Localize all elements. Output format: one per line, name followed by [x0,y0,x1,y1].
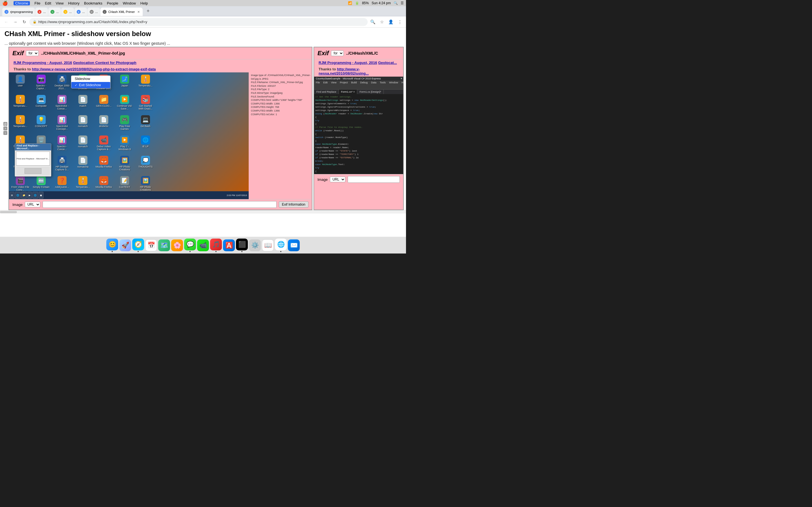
desktop-icon-firefox[interactable]: 🦊Mozilla Firefox [94,155,114,174]
dock-music[interactable]: 🎵 [210,238,222,252]
taskbar-folder[interactable]: 📁 [21,192,27,199]
desktop-icon-spectroconce[interactable]: 📊Spectro - Conce... [52,134,72,154]
left-nav-at[interactable]: @ [3,122,7,126]
dock-chrome[interactable]: 🌐 [275,238,287,252]
profile-icon-btn[interactable]: 👤 [387,18,395,26]
menu-view[interactable]: View [56,1,64,5]
forward-button[interactable]: → [11,18,19,26]
tab-2[interactable]: ●... [35,8,48,16]
dock-syspref[interactable]: ⚙️ [249,239,261,251]
vs-close[interactable]: ✕ [400,77,403,80]
dock-finder[interactable]: 😊 [106,238,118,252]
url-input-right[interactable] [348,176,400,183]
left-nav-gt[interactable]: > [3,126,7,130]
vessa-link[interactable]: http://www.v-nessa.net/2010/08/02/using-… [32,67,156,71]
desktop-icon-play7[interactable]: ▶️Play 7 - Windows 8 [114,134,135,154]
dock-photos[interactable]: 🌸 [171,239,183,251]
tab-1[interactable]: ⊙rjmprogramming [2,8,35,16]
bottom-scrollbar[interactable] [0,210,406,214]
tab-5[interactable]: B... [74,8,87,16]
desktop-icon-nomatch2[interactable]: 📄nomatch [73,134,93,154]
control-center-icon[interactable]: ☰ [401,1,404,5]
vs-menu-project[interactable]: Project [338,80,349,84]
tab-close-btn[interactable]: ✕ [137,10,140,14]
vs-tab-form1[interactable]: Form1.cs* × [339,90,357,94]
geolocation-link-right[interactable]: Geolocat... [378,61,397,65]
left-nav-gt2[interactable]: > [3,131,7,135]
vs-menu-edit[interactable]: Edit [322,80,329,84]
url-select-left[interactable]: URL [25,202,40,207]
vs-menu-tools[interactable]: Tools [378,80,388,84]
dock-launchpad[interactable]: 🚀 [119,239,131,251]
desktop-icon-hpdeskjet[interactable]: 🖨️HP Deskjet Capture S... [52,155,72,174]
desktop-icon-gencldo[interactable]: 📁GEN-CLDO... [94,94,114,114]
taskbar-etc[interactable]: ◼ [39,192,43,199]
vs-tab-design[interactable]: Form1.cs [Design]* [357,90,384,94]
desktop-icon-user[interactable]: 👤user [10,73,31,93]
vs-menu-view[interactable]: View [329,80,338,84]
vs-menu-help[interactable]: Help [400,80,404,84]
desktop-icon-temp1[interactable]: 🌡️Temperatu... [135,73,156,93]
desktop-icon-getstarted[interactable]: 📚Get Started With Oracl... [135,94,156,114]
desktop-icon-deskjet[interactable]: 🖨️Deskjet 2050 J510... [52,73,72,93]
desktop-icon-dm84sc[interactable]: 📄dm84Sc [94,114,114,134]
desktop-icon-computer[interactable]: 💻Computer [31,94,51,114]
url-input-left[interactable] [43,201,276,208]
start-btn[interactable]: ⊞ [10,192,14,199]
desktop-icon-continue[interactable]: ▶️Continue Vid-Save... [114,94,135,114]
taskbar-chrome[interactable]: 🌐 [33,192,38,199]
dock-mail[interactable]: ✉️ [288,239,300,251]
desktop-icon-spectro64[interactable]: 📊Spectro64 - Conce... [52,94,72,114]
dock-appstore[interactable]: 🅰️ [223,239,235,251]
spotlight-icon[interactable]: 🔍 [394,1,398,5]
tab-6[interactable]: M... [87,8,100,16]
desktop-icon-ielp[interactable]: 🌐IE LP [135,134,156,154]
dock-terminal[interactable]: ⬛ [236,238,248,252]
dock-safari[interactable]: 🧭 [132,238,144,252]
dock-messages[interactable]: 💬 [184,238,196,252]
menu-bookmarks[interactable]: Bookmarks [84,1,102,5]
address-bar[interactable]: 🔒 https://www.rjmprogramming.com.au/CHas… [29,18,368,26]
more-icon-btn[interactable]: ⋮ [396,18,404,26]
new-tab-button[interactable]: + [144,7,152,15]
desktop-icon-nomatcha[interactable]: 📄nomatcha [73,155,93,174]
for-select-right[interactable]: for [331,50,344,56]
for-select-left[interactable]: for [26,50,39,56]
desktop-icon-match[interactable]: 📄match [73,94,93,114]
desktop-icon-thoughts[interactable]: 💭THOUGHTS [135,155,156,174]
vs-tab-find[interactable]: Find and Replace [314,90,339,94]
rjm-link[interactable]: RJM Programming - August, 2016 [13,61,72,65]
desktop-icon-debut[interactable]: 📹Debut Video Capture &... [94,134,114,154]
tab-active[interactable]: c CHash XML Primer ✕ [100,8,143,16]
menu-help[interactable]: Help [140,1,148,5]
vs-menu-debug[interactable]: Debug [358,80,369,84]
apple-menu[interactable]: 🍎 [2,1,8,6]
context-menu-exit-slideshow[interactable]: ✓ Exit Slideshow [71,82,110,88]
exif-btn-left[interactable]: Exif Information [279,202,308,208]
context-menu-slideshow[interactable]: Slideshow [71,76,110,82]
menu-edit[interactable]: Edit [45,1,51,5]
desktop-icon-concept[interactable]: 💡CONCEPT [31,114,51,134]
refresh-button[interactable]: ↻ [20,18,28,26]
bookmark-icon-btn[interactable]: ☆ [378,18,386,26]
vs-menu-file[interactable]: File [314,80,322,84]
back-button[interactable]: ← [2,18,10,26]
menu-window[interactable]: Window [123,1,136,5]
taskbar-media[interactable]: ▶ [28,192,32,199]
menu-file[interactable]: File [35,1,40,5]
desktop-icon-hpphoto[interactable]: 🖼️HP Photo Creations [114,155,135,174]
find-replace-popup[interactable]: Find and Replace - Microsof... Find and … [15,144,51,177]
url-select-right[interactable]: URL [330,177,345,182]
vs-menu-window[interactable]: Window [388,80,400,84]
dock-fontbook[interactable]: 📖 [262,239,274,251]
dock-calendar[interactable]: 📅 [145,239,157,251]
rjm-link-right[interactable]: RJM Programming - August, 2016 [319,61,377,65]
desktop-icon-japan[interactable]: 🗾Japan [114,73,135,93]
dock-facetime[interactable]: 📹 [197,239,209,251]
tab-3[interactable]: G... [48,8,61,16]
vs-menu-data[interactable]: Data [369,80,378,84]
taskbar-ie[interactable]: 🌐 [15,192,20,199]
dock-maps[interactable]: 🗺️ [158,239,170,251]
vs-menu-build[interactable]: Build [349,80,358,84]
desktop-icon-nomatch[interactable]: 📄nomatch [73,114,93,134]
